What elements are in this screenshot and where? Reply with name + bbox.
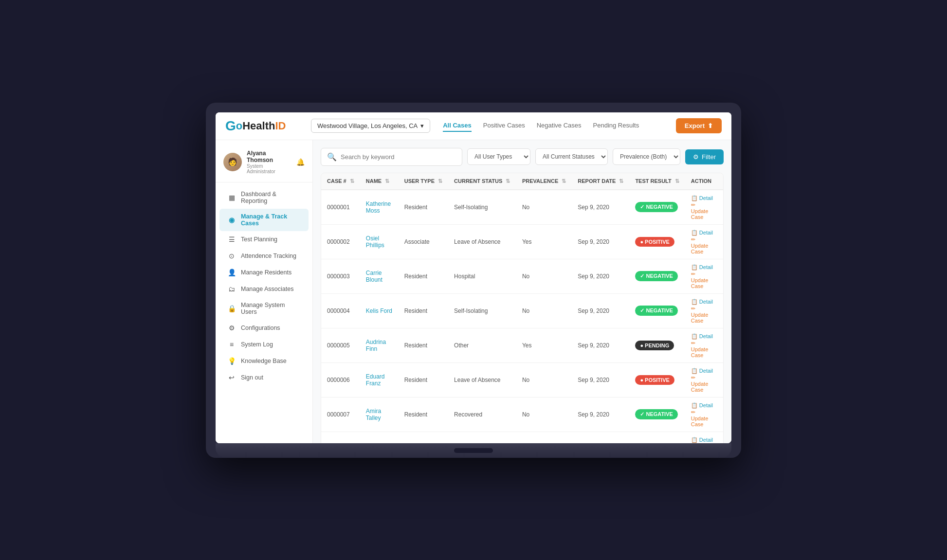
update-case-link[interactable]: ✏ Update Case (691, 409, 713, 427)
table-row: 0000008 Niall Mercado Associate Return t… (321, 432, 723, 443)
col-prevalence: PREVALENCE ⇅ (516, 173, 572, 190)
cell-action: 📋 Detail ✏ Update Case (685, 190, 723, 225)
cell-name[interactable]: Kelis Ford (360, 293, 399, 328)
cell-name[interactable]: Eduard Franz (360, 362, 399, 397)
sidebar-item-dashboard[interactable]: ▦ Dashboard & Reporting (219, 186, 309, 209)
cell-case-num: 0000002 (321, 224, 360, 259)
test-icon: ☰ (227, 235, 236, 243)
detail-link[interactable]: 📋 Detail (691, 437, 713, 443)
col-user-type: USER TYPE ⇅ (399, 173, 448, 190)
cell-name[interactable]: Niall Mercado (360, 432, 399, 443)
detail-link[interactable]: 📋 Detail (691, 195, 713, 201)
detail-link[interactable]: 📋 Detail (691, 402, 713, 409)
notification-icon[interactable]: 🔔 (296, 158, 305, 166)
sidebar-item-system-users[interactable]: 🔒 Manage System Users (219, 297, 309, 320)
cell-test-result: ✓ NEGATIVE (629, 293, 685, 328)
sidebar-item-label: Manage System Users (241, 302, 301, 315)
tab-positive-cases[interactable]: Positive Cases (483, 120, 525, 132)
search-icon: 🔍 (327, 152, 337, 162)
table-row: 0000004 Kelis Ford Resident Self-Isolati… (321, 293, 723, 328)
residents-icon: 👤 (227, 269, 236, 276)
cell-report-date: Sep 9, 2020 (572, 432, 629, 443)
sidebar-item-residents[interactable]: 👤 Manage Residents (219, 264, 309, 281)
detail-link[interactable]: 📋 Detail (691, 368, 713, 374)
laptop-frame: G o Health ID Westwood Village, Los Ange… (206, 103, 741, 458)
cell-action: 📋 Detail ✏ Update Case (685, 397, 723, 432)
update-case-link[interactable]: ✏ Update Case (691, 340, 713, 358)
cell-user-type: Resident (399, 259, 448, 293)
signout-icon: ↩ (227, 374, 236, 381)
export-label: Export (685, 122, 705, 129)
search-box: 🔍 (321, 148, 462, 166)
cell-current-status: Recovered (448, 397, 516, 432)
col-current-status: CURRENT STATUS ⇅ (448, 173, 516, 190)
sidebar-item-manage-track[interactable]: ◉ Manage & Track Cases (219, 209, 309, 231)
detail-link[interactable]: 📋 Detail (691, 333, 713, 340)
cell-user-type: Resident (399, 397, 448, 432)
cell-report-date: Sep 9, 2020 (572, 224, 629, 259)
tab-pending-results[interactable]: Pending Results (593, 120, 639, 132)
update-case-link[interactable]: ✏ Update Case (691, 306, 713, 324)
sidebar-item-sign-out[interactable]: ↩ Sign out (219, 369, 309, 386)
table-header-row: CASE # ⇅ NAME ⇅ USER TYPE ⇅ CURRENT STAT… (321, 173, 723, 190)
track-icon: ◉ (227, 216, 236, 224)
cell-name[interactable]: Osiel Phillips (360, 224, 399, 259)
log-icon: ≡ (227, 341, 236, 348)
filter-button[interactable]: ⚙ Filter (685, 149, 724, 164)
sidebar-item-configurations[interactable]: ⚙ Configurations (219, 320, 309, 336)
status-select[interactable]: All Current Statuses Self-Isolating Hosp… (535, 148, 608, 165)
cell-report-date: Sep 9, 2020 (572, 293, 629, 328)
cell-action: 📋 Detail ✏ Update Case (685, 328, 723, 362)
sidebar-item-knowledge-base[interactable]: 💡 Knowledge Base (219, 353, 309, 369)
cell-name[interactable]: Amira Talley (360, 397, 399, 432)
knowledge-icon: 💡 (227, 357, 236, 365)
table-row: 0000001 Katherine Moss Resident Self-Iso… (321, 190, 723, 225)
export-button[interactable]: Export ⬆ (676, 118, 722, 133)
cell-action: 📋 Detail ✏ Update Case (685, 432, 723, 443)
tab-negative-cases[interactable]: Negative Cases (537, 120, 582, 132)
sidebar-item-label: Manage Residents (241, 269, 291, 276)
update-case-link[interactable]: ✏ Update Case (691, 271, 713, 289)
col-name: NAME ⇅ (360, 173, 399, 190)
cell-user-type: Associate (399, 432, 448, 443)
sidebar-item-associates[interactable]: 🗂 Manage Associates (219, 281, 309, 297)
logo-o-letter: o (236, 120, 242, 132)
cell-prevalence: Yes (516, 224, 572, 259)
cell-prevalence: No (516, 259, 572, 293)
cell-report-date: Sep 9, 2020 (572, 397, 629, 432)
cell-case-num: 0000005 (321, 328, 360, 362)
cell-test-result: ✓ NEGATIVE (629, 259, 685, 293)
sidebar-item-label: Manage & Track Cases (241, 213, 301, 227)
cell-name[interactable]: Katherine Moss (360, 190, 399, 225)
main-layout: 🧑 Alyana Thomson System Administrator 🔔 … (216, 140, 731, 443)
cell-prevalence: No (516, 293, 572, 328)
update-case-link[interactable]: ✏ Update Case (691, 236, 713, 254)
sidebar-item-label: Configurations (241, 325, 280, 331)
detail-link[interactable]: 📋 Detail (691, 299, 713, 305)
cases-table-container: CASE # ⇅ NAME ⇅ USER TYPE ⇅ CURRENT STAT… (321, 173, 724, 443)
cell-test-result: ● POSITIVE (629, 362, 685, 397)
cell-prevalence: No (516, 432, 572, 443)
cell-test-result: ● PENDING (629, 432, 685, 443)
detail-link[interactable]: 📋 Detail (691, 230, 713, 236)
cell-name[interactable]: Carrie Blount (360, 259, 399, 293)
user-type-select[interactable]: All User Types Resident Associate (467, 148, 530, 165)
prevalence-select[interactable]: Prevalence (Both) Yes No (613, 148, 680, 165)
cell-current-status: Self-Isolating (448, 293, 516, 328)
cell-name[interactable]: Audrina Finn (360, 328, 399, 362)
sidebar-item-test-planning[interactable]: ☰ Test Planning (219, 231, 309, 248)
update-case-link[interactable]: ✏ Update Case (691, 375, 713, 393)
cell-prevalence: No (516, 397, 572, 432)
detail-link[interactable]: 📋 Detail (691, 264, 713, 271)
sidebar-item-attendance[interactable]: ⊙ Attendence Tracking (219, 248, 309, 264)
cell-current-status: Return to work (448, 432, 516, 443)
top-tabs: All Cases Positive Cases Negative Cases … (443, 120, 668, 132)
cell-user-type: Resident (399, 328, 448, 362)
location-dropdown[interactable]: Westwood Village, Los Angeles, CA ▾ (311, 119, 430, 133)
tab-all-cases[interactable]: All Cases (443, 120, 472, 132)
table-row: 0000007 Amira Talley Resident Recovered … (321, 397, 723, 432)
update-case-link[interactable]: ✏ Update Case (691, 202, 713, 220)
filter-label: Filter (702, 153, 716, 161)
sidebar-item-system-log[interactable]: ≡ System Log (219, 336, 309, 353)
search-input[interactable] (341, 153, 456, 161)
